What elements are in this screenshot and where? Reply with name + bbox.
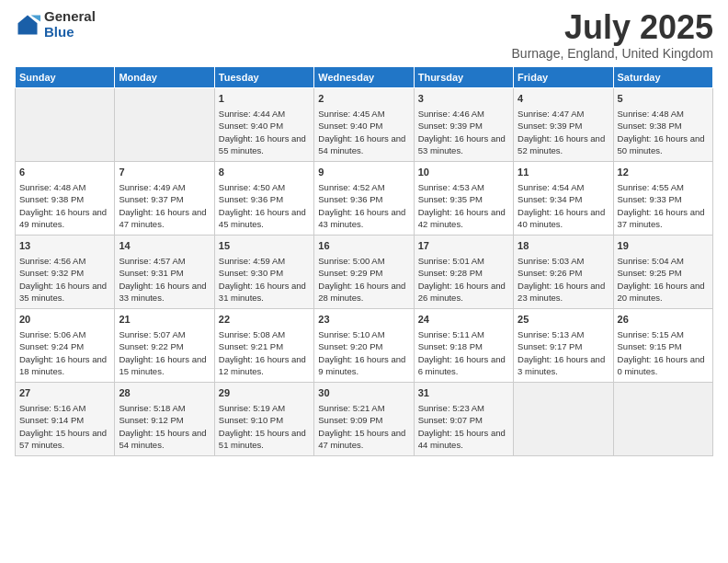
calendar-cell: 29Sunrise: 5:19 AMSunset: 9:10 PMDayligh… [214, 382, 313, 455]
day-header: Saturday [613, 66, 712, 87]
daylight-text: Daylight: 16 hours and 28 minutes. [318, 281, 405, 303]
daylight-text: Daylight: 16 hours and 15 minutes. [119, 354, 206, 376]
calendar-cell: 25Sunrise: 5:13 AMSunset: 9:17 PMDayligh… [514, 308, 613, 382]
day-number: 15 [219, 239, 310, 253]
sunrise-text: Sunrise: 5:10 AM [318, 329, 384, 339]
daylight-text: Daylight: 16 hours and 18 minutes. [19, 354, 107, 376]
daylight-text: Daylight: 16 hours and 47 minutes. [119, 207, 206, 229]
calendar-week-row: 1Sunrise: 4:44 AMSunset: 9:40 PMDaylight… [16, 87, 713, 161]
daylight-text: Daylight: 16 hours and 31 minutes. [219, 281, 306, 303]
title-block: July 2025 Burnage, England, United Kingd… [512, 9, 713, 61]
sunrise-text: Sunrise: 5:21 AM [318, 403, 384, 413]
day-number: 30 [318, 386, 409, 400]
sunrise-text: Sunrise: 5:03 AM [518, 256, 584, 266]
calendar-cell: 12Sunrise: 4:55 AMSunset: 9:33 PMDayligh… [613, 161, 712, 235]
daylight-text: Daylight: 15 hours and 47 minutes. [318, 428, 405, 450]
daylight-text: Daylight: 16 hours and 12 minutes. [219, 354, 306, 376]
sunset-text: Sunset: 9:32 PM [19, 268, 84, 278]
sunset-text: Sunset: 9:37 PM [119, 194, 183, 204]
sunrise-text: Sunrise: 4:46 AM [418, 109, 484, 119]
sunrise-text: Sunrise: 5:08 AM [219, 329, 285, 339]
day-number: 14 [119, 239, 210, 253]
sunset-text: Sunset: 9:40 PM [219, 121, 283, 131]
sunrise-text: Sunrise: 5:00 AM [318, 256, 384, 266]
sunrise-text: Sunrise: 4:47 AM [518, 109, 584, 119]
daylight-text: Daylight: 15 hours and 57 minutes. [19, 428, 107, 450]
daylight-text: Daylight: 16 hours and 53 minutes. [418, 133, 506, 155]
calendar-cell: 14Sunrise: 4:57 AMSunset: 9:31 PMDayligh… [115, 235, 214, 308]
calendar-cell: 22Sunrise: 5:08 AMSunset: 9:21 PMDayligh… [214, 308, 313, 382]
calendar-cell: 6Sunrise: 4:48 AMSunset: 9:38 PMDaylight… [16, 161, 115, 235]
sunset-text: Sunset: 9:28 PM [418, 268, 483, 278]
day-number: 10 [418, 166, 509, 179]
sunset-text: Sunset: 9:29 PM [318, 268, 382, 278]
sunset-text: Sunset: 9:38 PM [19, 194, 84, 204]
calendar-cell: 2Sunrise: 4:45 AMSunset: 9:40 PMDaylight… [314, 87, 414, 161]
day-number: 31 [418, 386, 509, 400]
daylight-text: Daylight: 16 hours and 43 minutes. [318, 207, 405, 229]
sunset-text: Sunset: 9:31 PM [119, 268, 183, 278]
day-number: 17 [418, 239, 509, 253]
daylight-text: Daylight: 16 hours and 55 minutes. [219, 133, 306, 155]
sunset-text: Sunset: 9:09 PM [318, 415, 382, 425]
daylight-text: Daylight: 16 hours and 3 minutes. [518, 354, 605, 376]
calendar-cell: 4Sunrise: 4:47 AMSunset: 9:39 PMDaylight… [514, 87, 613, 161]
logo-blue: Blue [44, 25, 96, 40]
daylight-text: Daylight: 16 hours and 45 minutes. [219, 207, 306, 229]
daylight-text: Daylight: 16 hours and 40 minutes. [518, 207, 605, 229]
sunrise-text: Sunrise: 5:01 AM [418, 256, 484, 266]
sunrise-text: Sunrise: 4:54 AM [518, 182, 584, 192]
svg-marker-0 [18, 15, 38, 34]
logo-text: General Blue [44, 9, 96, 40]
day-number: 5 [618, 92, 709, 106]
calendar-cell: 1Sunrise: 4:44 AMSunset: 9:40 PMDaylight… [214, 87, 313, 161]
sunset-text: Sunset: 9:14 PM [19, 415, 84, 425]
calendar-cell: 3Sunrise: 4:46 AMSunset: 9:39 PMDaylight… [414, 87, 513, 161]
calendar-body: 1Sunrise: 4:44 AMSunset: 9:40 PMDaylight… [16, 87, 713, 455]
sunset-text: Sunset: 9:21 PM [219, 341, 283, 351]
sunset-text: Sunset: 9:30 PM [219, 268, 283, 278]
sunset-text: Sunset: 9:39 PM [418, 121, 483, 131]
sunset-text: Sunset: 9:24 PM [19, 341, 84, 351]
calendar-cell: 5Sunrise: 4:48 AMSunset: 9:38 PMDaylight… [613, 87, 712, 161]
page-header: General Blue July 2025 Burnage, England,… [15, 9, 713, 61]
calendar-cell: 16Sunrise: 5:00 AMSunset: 9:29 PMDayligh… [314, 235, 414, 308]
day-number: 24 [418, 313, 509, 327]
calendar-header: SundayMondayTuesdayWednesdayThursdayFrid… [16, 66, 713, 87]
sunrise-text: Sunrise: 5:19 AM [219, 403, 285, 413]
day-number: 27 [19, 386, 110, 400]
sunset-text: Sunset: 9:15 PM [618, 341, 682, 351]
day-number: 21 [119, 313, 210, 327]
daylight-text: Daylight: 16 hours and 20 minutes. [618, 281, 705, 303]
daylight-text: Daylight: 16 hours and 26 minutes. [418, 281, 506, 303]
logo: General Blue [15, 9, 96, 40]
sunset-text: Sunset: 9:35 PM [418, 194, 483, 204]
day-header: Monday [115, 66, 214, 87]
calendar-cell: 17Sunrise: 5:01 AMSunset: 9:28 PMDayligh… [414, 235, 513, 308]
day-number: 23 [318, 313, 409, 327]
calendar-week-row: 13Sunrise: 4:56 AMSunset: 9:32 PMDayligh… [16, 235, 713, 308]
calendar-cell: 10Sunrise: 4:53 AMSunset: 9:35 PMDayligh… [414, 161, 513, 235]
calendar-cell: 13Sunrise: 4:56 AMSunset: 9:32 PMDayligh… [16, 235, 115, 308]
calendar-cell [613, 382, 712, 455]
sunrise-text: Sunrise: 4:48 AM [19, 182, 85, 192]
sunset-text: Sunset: 9:25 PM [618, 268, 682, 278]
daylight-text: Daylight: 16 hours and 35 minutes. [19, 281, 107, 303]
day-header: Sunday [16, 66, 115, 87]
day-number: 12 [618, 166, 709, 179]
daylight-text: Daylight: 16 hours and 33 minutes. [119, 281, 206, 303]
day-number: 6 [19, 166, 110, 179]
day-number: 29 [219, 386, 310, 400]
sunset-text: Sunset: 9:34 PM [518, 194, 582, 204]
sunrise-text: Sunrise: 5:07 AM [119, 329, 185, 339]
sunset-text: Sunset: 9:36 PM [219, 194, 283, 204]
subtitle: Burnage, England, United Kingdom [512, 46, 713, 61]
sunset-text: Sunset: 9:18 PM [418, 341, 483, 351]
daylight-text: Daylight: 16 hours and 50 minutes. [618, 133, 705, 155]
sunrise-text: Sunrise: 4:53 AM [418, 182, 484, 192]
calendar-cell: 24Sunrise: 5:11 AMSunset: 9:18 PMDayligh… [414, 308, 513, 382]
daylight-text: Daylight: 16 hours and 23 minutes. [518, 281, 605, 303]
calendar-week-row: 6Sunrise: 4:48 AMSunset: 9:38 PMDaylight… [16, 161, 713, 235]
calendar-cell: 21Sunrise: 5:07 AMSunset: 9:22 PMDayligh… [115, 308, 214, 382]
day-number: 19 [618, 239, 709, 253]
